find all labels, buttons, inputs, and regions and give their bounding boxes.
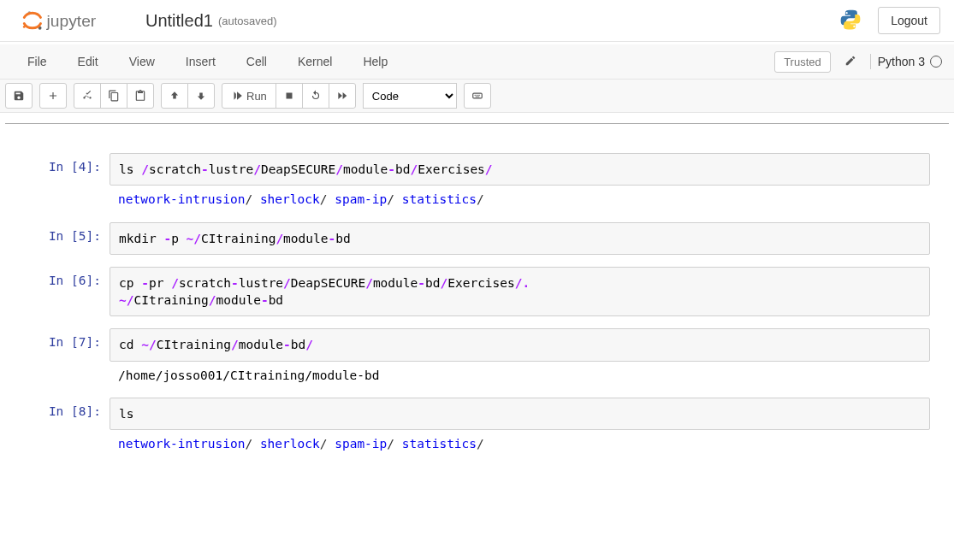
- menu-insert[interactable]: Insert: [170, 48, 231, 75]
- menubar: FileEditViewInsertCellKernelHelp Trusted…: [0, 44, 954, 80]
- notebook-name[interactable]: Untitled1: [145, 11, 213, 31]
- command-palette-button[interactable]: [464, 83, 491, 109]
- output-area: network-intrusion/ sherlock/ spam-ip/ st…: [110, 186, 930, 209]
- toolbar: Run Code: [0, 80, 954, 113]
- input-area[interactable]: cd ~/CItraining/module-bd/: [110, 328, 930, 361]
- restart-button[interactable]: [302, 83, 329, 109]
- output-area: /home/josso001/CItraining/module-bd: [110, 362, 930, 386]
- input-prompt: In [5]:: [24, 222, 110, 255]
- copy-button[interactable]: [100, 83, 127, 109]
- code-cell[interactable]: In [7]:cd ~/CItraining/module-bd//home/j…: [24, 328, 930, 386]
- move-up-button[interactable]: [161, 83, 188, 109]
- autosave-status: (autosaved): [218, 15, 277, 27]
- code-cell[interactable]: In [8]:lsnetwork-intrusion/ sherlock/ sp…: [24, 398, 930, 455]
- save-button[interactable]: [5, 83, 33, 109]
- interrupt-button[interactable]: [276, 83, 303, 109]
- input-area[interactable]: ls /scratch-lustre/DeapSECURE/module-bd/…: [110, 153, 930, 186]
- run-button[interactable]: Run: [222, 83, 276, 109]
- python-logo-icon: [838, 8, 862, 34]
- jupyter-logo[interactable]: jupyter: [14, 9, 133, 32]
- notebook-container: In [4]:ls /scratch-lustre/DeapSECURE/mod…: [5, 123, 949, 484]
- svg-rect-7: [473, 93, 483, 98]
- output-area: network-intrusion/ sherlock/ spam-ip/ st…: [110, 430, 930, 454]
- divider: [870, 54, 871, 69]
- menu-edit[interactable]: Edit: [62, 48, 114, 75]
- kernel-name[interactable]: Python 3: [878, 55, 925, 68]
- svg-point-4: [846, 11, 848, 13]
- code-cell[interactable]: In [4]:ls /scratch-lustre/DeapSECURE/mod…: [24, 153, 930, 210]
- svg-rect-9: [477, 95, 478, 96]
- svg-rect-11: [476, 97, 480, 97]
- input-prompt: In [7]:: [24, 328, 110, 386]
- run-label: Run: [246, 90, 267, 103]
- move-down-button[interactable]: [187, 83, 215, 109]
- input-prompt: In [4]:: [24, 153, 110, 210]
- input-prompt: In [6]:: [24, 267, 110, 317]
- svg-rect-10: [478, 95, 480, 96]
- logout-button[interactable]: Logout: [878, 7, 940, 34]
- trusted-badge[interactable]: Trusted: [774, 51, 831, 73]
- input-area[interactable]: ls: [110, 398, 930, 430]
- menu-cell[interactable]: Cell: [231, 48, 282, 75]
- code-cell[interactable]: In [6]:cp -pr /scratch-lustre/DeapSECURE…: [24, 267, 930, 317]
- menu-file[interactable]: File: [12, 48, 62, 75]
- menu-kernel[interactable]: Kernel: [282, 48, 347, 75]
- celltype-select[interactable]: Code: [363, 83, 457, 109]
- input-area[interactable]: mkdir -p ~/CItraining/module-bd: [110, 222, 930, 255]
- svg-rect-8: [474, 95, 476, 96]
- svg-text:jupyter: jupyter: [46, 12, 97, 30]
- code-cell[interactable]: In [5]:mkdir -p ~/CItraining/module-bd: [24, 222, 930, 255]
- input-prompt: In [8]:: [24, 398, 110, 455]
- pencil-icon[interactable]: [844, 55, 856, 69]
- header-bar: jupyter Untitled1 (autosaved) Logout: [0, 0, 954, 42]
- input-area[interactable]: cp -pr /scratch-lustre/DeapSECURE/module…: [110, 267, 930, 317]
- restart-run-all-button[interactable]: [329, 83, 356, 109]
- cut-button[interactable]: [74, 83, 101, 109]
- svg-point-5: [853, 25, 855, 27]
- svg-rect-6: [286, 93, 292, 99]
- add-cell-button[interactable]: [39, 83, 67, 109]
- menu-view[interactable]: View: [114, 48, 170, 75]
- paste-button[interactable]: [127, 83, 154, 109]
- menu-help[interactable]: Help: [347, 48, 403, 75]
- kernel-status-icon: [930, 56, 942, 68]
